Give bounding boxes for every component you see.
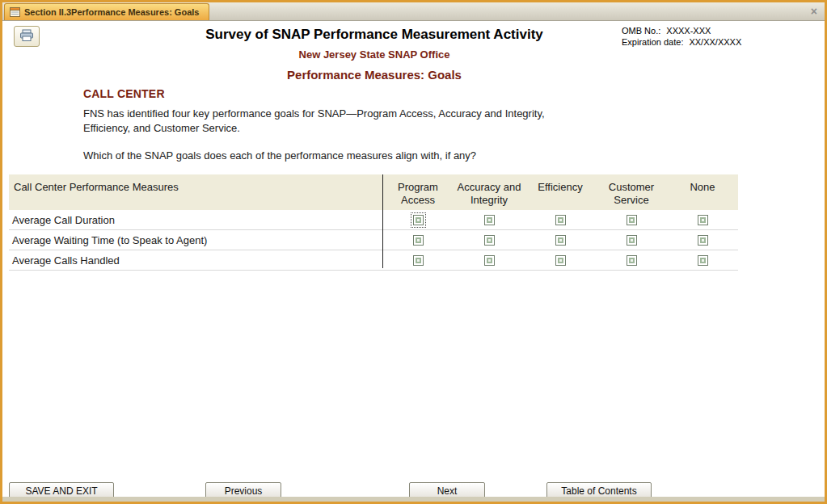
omb-number-value: XXXX-XXX xyxy=(666,25,711,36)
checkbox-cell xyxy=(454,215,525,225)
checkbox-cell xyxy=(596,215,667,225)
checkbox-cell xyxy=(525,215,596,225)
tab-performance-goals[interactable]: Section II.3Performance Measures: Goals xyxy=(4,3,209,20)
table-row: Average Waiting Time (to Speak to Agent) xyxy=(9,230,738,250)
goal-checkbox[interactable] xyxy=(413,215,424,225)
measure-label: Average Calls Handled xyxy=(9,254,382,267)
checkbox-cell xyxy=(667,215,738,225)
checkbox-cell xyxy=(382,215,454,225)
column-header-program-access: Program Access xyxy=(382,181,454,210)
tab-bar: Section II.3Performance Measures: Goals … xyxy=(2,2,825,21)
page-title: Survey of SNAP Performance Measurement A… xyxy=(91,27,657,43)
close-icon[interactable]: × xyxy=(811,5,817,18)
column-header-efficiency: Efficiency xyxy=(525,181,596,210)
column-divider xyxy=(382,174,383,268)
column-header-customer-service: Customer Service xyxy=(596,181,667,210)
checkbox-cell xyxy=(596,255,667,266)
checkbox-cell xyxy=(454,235,525,246)
print-button[interactable] xyxy=(14,26,40,47)
measure-label: Average Waiting Time (to Speak to Agent) xyxy=(9,234,382,246)
goal-checkbox[interactable] xyxy=(627,215,637,225)
goal-checkbox[interactable] xyxy=(627,235,637,246)
section-title: Performance Measures: Goals xyxy=(91,68,657,82)
goal-checkbox[interactable] xyxy=(484,235,495,246)
app-window: Section II.3Performance Measures: Goals … xyxy=(0,0,827,504)
goal-checkbox[interactable] xyxy=(627,255,637,266)
table-header-row: Call Center Performance Measures Program… xyxy=(9,174,738,210)
checkbox-cell xyxy=(596,235,667,246)
expiration-value: XX/XX/XXXX xyxy=(689,36,741,48)
column-header-none: None xyxy=(667,181,738,210)
goal-checkbox[interactable] xyxy=(413,255,424,266)
checkbox-cell xyxy=(667,235,738,246)
table-row: Average Calls Handled xyxy=(9,250,738,271)
tab-title: Section II.3Performance Measures: Goals xyxy=(24,7,199,17)
goal-checkbox[interactable] xyxy=(698,215,708,225)
call-center-heading: CALL CENTER xyxy=(83,87,165,100)
omb-number-row: OMB No.: XXXX-XXX xyxy=(622,25,741,36)
checkbox-cell xyxy=(382,255,454,266)
goal-checkbox[interactable] xyxy=(698,235,708,246)
column-header-accuracy-integrity: Accuracy and Integrity xyxy=(454,181,525,210)
checkbox-cell xyxy=(382,235,454,246)
measure-label: Average Call Duration xyxy=(9,214,382,226)
printer-icon xyxy=(19,29,34,44)
table-row: Average Call Duration xyxy=(9,210,738,230)
checkbox-cell xyxy=(525,255,596,266)
omb-info: OMB No.: XXXX-XXX Expiration date: XX/XX… xyxy=(622,25,741,48)
omb-number-label: OMB No.: xyxy=(622,25,660,36)
goal-checkbox[interactable] xyxy=(555,255,566,266)
expiration-label: Expiration date: xyxy=(622,36,683,48)
checkbox-cell xyxy=(454,255,525,266)
checkbox-cell xyxy=(525,235,596,246)
form-icon xyxy=(10,7,20,17)
measures-table: Call Center Performance Measures Program… xyxy=(9,174,738,271)
goal-checkbox[interactable] xyxy=(698,255,708,266)
question-text: Which of the SNAP goals does each of the… xyxy=(83,149,476,162)
office-subtitle: New Jersey State SNAP Office xyxy=(91,48,657,61)
intro-text: FNS has identified four key performance … xyxy=(83,107,594,135)
window-bottom-strip xyxy=(2,497,825,502)
goal-checkbox[interactable] xyxy=(484,215,495,225)
goal-checkbox[interactable] xyxy=(555,235,566,246)
expiration-row: Expiration date: XX/XX/XXXX xyxy=(622,36,741,48)
goal-checkbox[interactable] xyxy=(555,215,566,225)
goal-checkbox[interactable] xyxy=(413,235,424,246)
goal-checkbox[interactable] xyxy=(484,255,495,266)
checkbox-cell xyxy=(667,255,738,266)
measures-column-header: Call Center Performance Measures xyxy=(9,181,382,210)
